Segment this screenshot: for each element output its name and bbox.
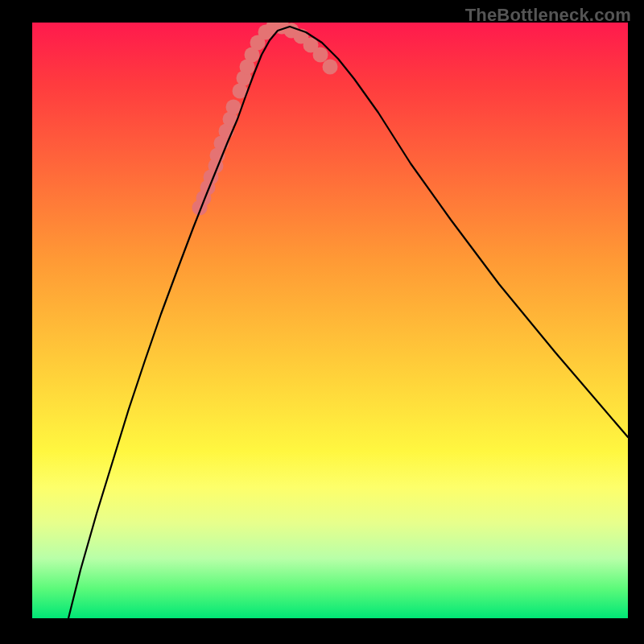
chart-container: TheBottleneck.com [0,0,644,644]
dots-group [192,23,338,216]
curve-path [68,27,628,618]
plot-area [32,23,628,618]
data-dot [313,47,328,63]
data-dot [323,60,338,75]
chart-svg [32,23,628,618]
data-dot [226,100,242,115]
